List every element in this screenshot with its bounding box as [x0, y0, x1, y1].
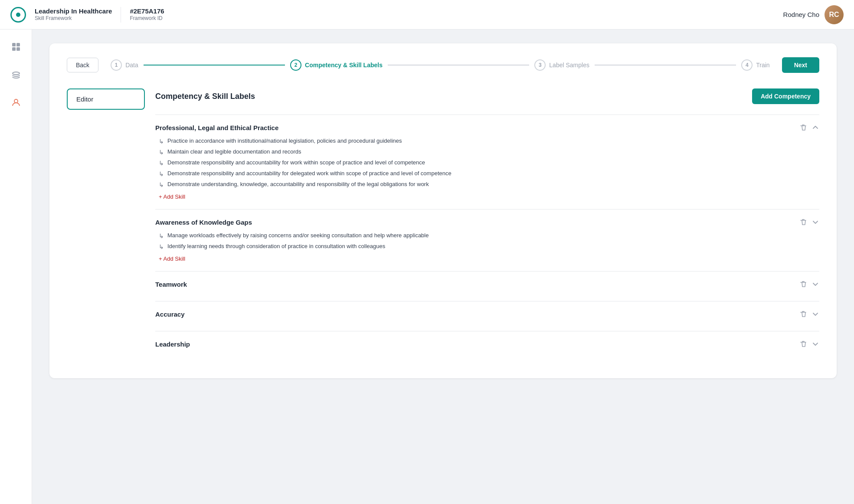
step-1: 1 Data — [111, 59, 138, 71]
skill-arrow-icon: ↳ — [159, 149, 164, 156]
user-info: Rodney Cho RC — [783, 5, 844, 24]
wizard-card: Back 1 Data 2 Competency & Skill Labels … — [49, 43, 837, 378]
skill-text: Manage workloads effectively by raising … — [167, 232, 429, 239]
header-divider — [121, 7, 121, 23]
competency-section-5: Leadership — [155, 331, 819, 361]
svg-rect-0 — [12, 43, 16, 46]
skill-text: Demonstrate responsibility and accountab… — [167, 159, 425, 166]
competency-header-4: Accuracy — [155, 310, 819, 318]
editor-panel: Editor — [67, 88, 145, 361]
add-skill-link-1[interactable]: + Add Skill — [159, 193, 185, 200]
skill-list-2: ↳ Manage workloads effectively by raisin… — [155, 230, 819, 262]
svg-rect-2 — [12, 47, 16, 51]
expand-icon-4[interactable] — [811, 310, 819, 318]
app-name: Leadership In Healthcare — [35, 7, 112, 16]
step-line-2 — [388, 65, 529, 65]
main-panel: Competency & Skill Labels Add Competency… — [155, 88, 819, 361]
add-skill-link-2[interactable]: + Add Skill — [159, 255, 185, 262]
skill-text: Demonstrate understanding, knowledge, ac… — [167, 181, 429, 187]
competency-name-3: Teamwork — [155, 281, 187, 288]
svg-rect-3 — [16, 47, 20, 51]
skill-item: ↳ Identify learning needs through consid… — [159, 241, 819, 252]
competency-header-5: Leadership — [155, 340, 819, 348]
step-3-circle: 3 — [534, 59, 546, 71]
delete-icon-5[interactable] — [799, 340, 807, 348]
competency-actions-4 — [799, 310, 819, 318]
step-2-circle: 2 — [290, 59, 301, 71]
step-2-label: Competency & Skill Labels — [305, 62, 383, 69]
step-1-circle: 1 — [111, 59, 122, 71]
delete-icon-2[interactable] — [799, 218, 807, 226]
competency-actions-1 — [799, 124, 819, 131]
skill-arrow-icon: ↳ — [159, 181, 164, 188]
skill-item: ↳ Practice in accordance with institutio… — [159, 136, 819, 147]
step-4-circle: 4 — [741, 59, 753, 71]
step-2: 2 Competency & Skill Labels — [290, 59, 383, 71]
avatar-initials: RC — [829, 11, 839, 19]
competency-header-2: Awareness of Knowledge Gaps — [155, 218, 819, 226]
sidebar-icon-grid[interactable] — [7, 38, 25, 56]
framework-id-label: Framework ID — [130, 15, 164, 22]
skill-arrow-icon: ↳ — [159, 232, 164, 239]
competency-section-4: Accuracy — [155, 301, 819, 331]
content-area: Back 1 Data 2 Competency & Skill Labels … — [32, 29, 854, 504]
skill-text: Demonstrate responsibility and accountab… — [167, 170, 452, 177]
delete-icon-3[interactable] — [799, 280, 807, 288]
svg-point-5 — [14, 99, 18, 103]
add-competency-button[interactable]: Add Competency — [752, 88, 819, 104]
skill-arrow-icon: ↳ — [159, 160, 164, 167]
sidebar — [0, 29, 32, 504]
user-name: Rodney Cho — [783, 11, 819, 18]
delete-icon-4[interactable] — [799, 310, 807, 318]
step-4-label: Train — [756, 62, 769, 69]
skill-item: ↳ Demonstrate responsibility and account… — [159, 168, 819, 179]
skill-item: ↳ Demonstrate responsibility and account… — [159, 157, 819, 168]
skill-item: ↳ Demonstrate understanding, knowledge, … — [159, 179, 819, 190]
expand-icon-3[interactable] — [811, 280, 819, 288]
framework-id-block: #2E75A176 Framework ID — [130, 7, 164, 22]
main-layout: Back 1 Data 2 Competency & Skill Labels … — [0, 29, 854, 504]
sidebar-icon-layers[interactable] — [7, 66, 25, 83]
app-title: Leadership In Healthcare Skill Framework — [35, 7, 112, 22]
panel-layout: Editor Competency & Skill Labels Add Com… — [67, 88, 819, 361]
step-line-1 — [144, 65, 285, 65]
avatar: RC — [825, 5, 844, 24]
top-header: Leadership In Healthcare Skill Framework… — [0, 0, 854, 29]
competency-section-2: Awareness of Knowledge Gaps — [155, 209, 819, 271]
skill-text: Identify learning needs through consider… — [167, 243, 385, 249]
editor-box[interactable]: Editor — [67, 88, 145, 110]
competency-actions-5 — [799, 340, 819, 348]
competency-header-3: Teamwork — [155, 280, 819, 288]
delete-icon-1[interactable] — [799, 124, 807, 131]
competency-section-1: Professional, Legal and Ethical Practice — [155, 115, 819, 209]
competency-section-3: Teamwork — [155, 271, 819, 301]
svg-point-4 — [13, 72, 20, 75]
expand-icon-5[interactable] — [811, 340, 819, 348]
panel-header: Competency & Skill Labels Add Competency — [155, 88, 819, 104]
framework-id-value: #2E75A176 — [130, 7, 164, 16]
competency-actions-2 — [799, 218, 819, 226]
skill-arrow-icon: ↳ — [159, 138, 164, 145]
next-button[interactable]: Next — [782, 57, 819, 73]
panel-title: Competency & Skill Labels — [155, 92, 255, 101]
competency-header-1: Professional, Legal and Ethical Practice — [155, 124, 819, 131]
sidebar-icon-user[interactable] — [7, 94, 25, 111]
step-line-3 — [595, 65, 736, 65]
wizard-steps: Back 1 Data 2 Competency & Skill Labels … — [67, 57, 819, 73]
step-1-label: Data — [125, 62, 138, 69]
competency-name-5: Leadership — [155, 340, 190, 348]
skill-item: ↳ Maintain clear and legible documentati… — [159, 147, 819, 157]
step-3-label: Label Samples — [549, 62, 589, 69]
competency-name-2: Awareness of Knowledge Gaps — [155, 219, 252, 226]
collapse-icon-1[interactable] — [811, 124, 819, 131]
competency-name-4: Accuracy — [155, 311, 185, 318]
step-3: 3 Label Samples — [534, 59, 589, 71]
expand-icon-2[interactable] — [811, 218, 819, 226]
competency-name-1: Professional, Legal and Ethical Practice — [155, 124, 278, 131]
back-button[interactable]: Back — [67, 58, 98, 72]
logo-icon — [10, 7, 26, 23]
skill-item: ↳ Manage workloads effectively by raisin… — [159, 230, 819, 241]
skill-text: Maintain clear and legible documentation… — [167, 148, 301, 155]
step-4: 4 Train — [741, 59, 769, 71]
skill-arrow-icon: ↳ — [159, 243, 164, 250]
